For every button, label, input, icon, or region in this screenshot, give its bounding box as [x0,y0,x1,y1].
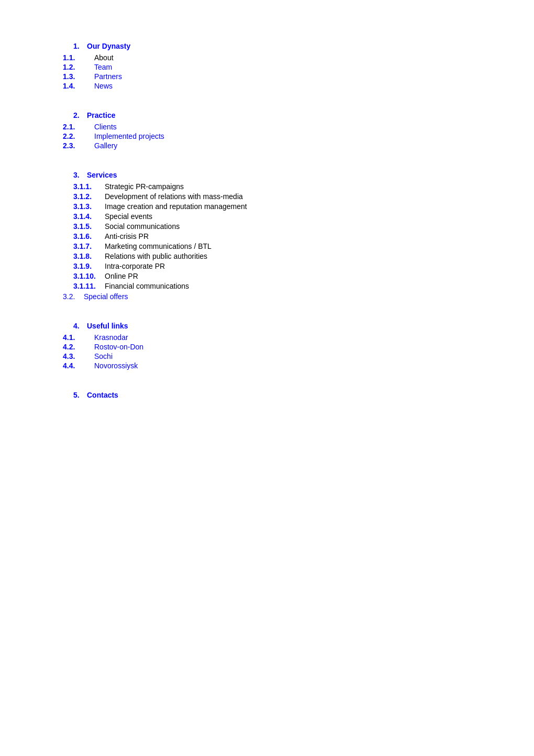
list-item: 4.4. Novorossiysk [63,361,471,370]
list-item: 1.4. News [63,82,471,90]
section-5: 5. Contacts [63,391,471,399]
list-item: 3.1.5. Social communications [63,222,471,231]
item-3-1-7-number: 3.1.7. [73,242,105,250]
item-1-3-link[interactable]: Partners [94,72,122,81]
item-3-1-10-label: Online PR [105,272,138,280]
item-4-1-link[interactable]: Krasnodar [94,333,128,342]
item-4-3-number: 4.3. [63,352,94,360]
item-3-1-1-label: Strategic PR-campaigns [105,182,184,191]
section-2-title: Practice [87,111,115,119]
section-1-number: 1. [73,42,84,50]
list-item: 1.1. About [63,53,471,62]
item-2-1-link[interactable]: Clients [94,123,117,131]
section-2: 2. Practice 2.1. Clients 2.2. Implemente… [63,111,471,150]
item-2-3-number: 2.3. [63,141,94,150]
section-5-title: Contacts [87,391,118,399]
list-item: 2.1. Clients [63,123,471,131]
section-4-title: Useful links [87,322,128,330]
item-3-1-1-number: 3.1.1. [73,182,105,191]
item-3-1-11-label: Financial communications [105,282,189,290]
item-1-1-number: 1.1. [63,53,94,62]
section-5-number: 5. [73,391,84,399]
section-2-header: 2. Practice [63,111,471,119]
item-3-1-11-number: 3.1.11. [73,282,105,290]
item-1-4-link[interactable]: News [94,82,113,90]
item-4-4-number: 4.4. [63,361,94,370]
item-2-1-number: 2.1. [63,123,94,131]
item-2-2-number: 2.2. [63,132,94,140]
item-1-2-link[interactable]: Team [94,63,112,71]
section-4: 4. Useful links 4.1. Krasnodar 4.2. Rost… [63,322,471,370]
page-container: 1. Our Dynasty 1.1. About 1.2. Team 1.3.… [0,0,534,462]
item-3-2: 3.2. Special offers [63,292,471,301]
list-item: 1.3. Partners [63,72,471,81]
item-3-1-9-number: 3.1.9. [73,262,105,270]
list-item: 4.1. Krasnodar [63,333,471,342]
item-3-1-2-label: Development of relations with mass-media [105,192,243,201]
list-item: 3.1.8. Relations with public authorities [63,252,471,260]
item-1-3-number: 1.3. [63,72,94,81]
item-4-3-link[interactable]: Sochi [94,352,113,360]
section-1-items: 1.1. About 1.2. Team 1.3. Partners 1.4. … [63,53,471,90]
item-3-1-3-label: Image creation and reputation management [105,202,247,211]
item-3-1-3-number: 3.1.3. [73,202,105,211]
section-2-items: 2.1. Clients 2.2. Implemented projects 2… [63,123,471,150]
section-3-header: 3. Services [63,171,471,179]
item-1-2-number: 1.2. [63,63,94,71]
section-3-number: 3. [73,171,84,179]
item-1-4-number: 1.4. [63,82,94,90]
list-item: 3.1.10. Online PR [63,272,471,280]
item-2-3-link[interactable]: Gallery [94,141,117,150]
list-item: 3.1.11. Financial communications [63,282,471,290]
item-3-1-10-number: 3.1.10. [73,272,105,280]
section-5-header: 5. Contacts [63,391,471,399]
item-3-1-5-number: 3.1.5. [73,222,105,231]
list-item: 3.1.2. Development of relations with mas… [63,192,471,201]
section-1-title: Our Dynasty [87,42,130,50]
section-4-header: 4. Useful links [63,322,471,330]
item-3-2-number: 3.2. [63,292,84,301]
item-3-1-8-number: 3.1.8. [73,252,105,260]
list-item: 2.3. Gallery [63,141,471,150]
item-3-1-8-label: Relations with public authorities [105,252,207,260]
list-item: 2.2. Implemented projects [63,132,471,140]
section-4-items: 4.1. Krasnodar 4.2. Rostov-on-Don 4.3. S… [63,333,471,370]
item-3-2-link[interactable]: Special offers [84,292,128,301]
item-4-4-link[interactable]: Novorossiysk [94,361,138,370]
item-4-2-link[interactable]: Rostov-on-Don [94,343,143,351]
section-2-number: 2. [73,111,84,119]
list-item: 3.1.6. Anti-crisis PR [63,232,471,240]
item-3-1-7-label: Marketing communications / BTL [105,242,212,250]
section-3-title: Services [87,171,117,179]
section-3: 3. Services 3.1.1. Strategic PR-campaign… [63,171,471,301]
item-3-1-2-number: 3.1.2. [73,192,105,201]
list-item: 4.3. Sochi [63,352,471,360]
item-2-2-link[interactable]: Implemented projects [94,132,164,140]
list-item: 3.1.1. Strategic PR-campaigns [63,182,471,191]
list-item: 3.1.4. Special events [63,212,471,221]
section-1: 1. Our Dynasty 1.1. About 1.2. Team 1.3.… [63,42,471,90]
list-item: 4.2. Rostov-on-Don [63,343,471,351]
section-1-header: 1. Our Dynasty [63,42,471,50]
list-item: 3.1.3. Image creation and reputation man… [63,202,471,211]
item-3-1-9-label: Intra-corporate PR [105,262,165,270]
item-3-1-5-label: Social communications [105,222,180,231]
item-3-1-6-number: 3.1.6. [73,232,105,240]
item-4-2-number: 4.2. [63,343,94,351]
item-4-1-number: 4.1. [63,333,94,342]
section-4-number: 4. [73,322,84,330]
item-3-1-6-label: Anti-crisis PR [105,232,149,240]
list-item: 3.1.7. Marketing communications / BTL [63,242,471,250]
item-3-1-4-number: 3.1.4. [73,212,105,221]
section-3-items: 3.1.1. Strategic PR-campaigns 3.1.2. Dev… [63,182,471,290]
list-item: 3.1.9. Intra-corporate PR [63,262,471,270]
item-3-1-4-label: Special events [105,212,152,221]
list-item: 1.2. Team [63,63,471,71]
item-1-1-label: About [94,53,114,62]
